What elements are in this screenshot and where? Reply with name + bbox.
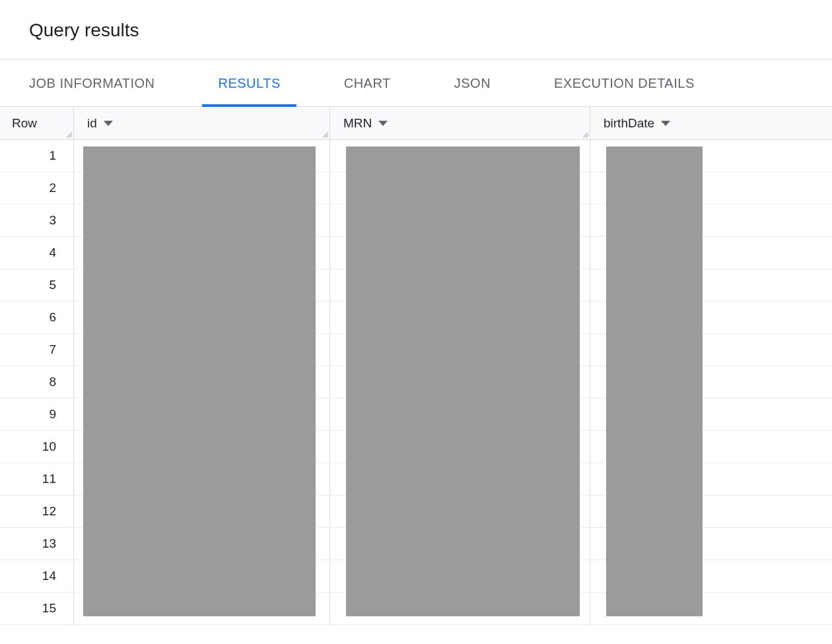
column-header-row[interactable]: Row [0,107,74,139]
column-header-label: MRN [343,116,372,131]
row-number: 8 [0,366,74,398]
tab-results[interactable]: RESULTS [186,60,312,106]
row-number: 14 [0,560,74,592]
table-body: 1 2 3 4 5 6 [0,140,832,625]
row-number: 12 [0,496,74,527]
row-number: 7 [0,334,74,366]
column-header-id[interactable]: id [74,107,330,139]
row-number: 6 [0,302,74,333]
chevron-down-icon[interactable] [661,121,670,126]
tab-execution-details[interactable]: EXECUTION DETAILS [522,60,726,106]
row-number: 15 [0,593,74,624]
row-number: 5 [0,269,74,301]
column-header-label: birthDate [604,116,654,131]
table-header: Row id MRN birthDate [0,107,832,140]
resize-handle-icon[interactable] [580,130,588,138]
results-table: Row id MRN birthDate 1 2 [0,107,832,625]
column-header-birthdate[interactable]: birthDate [590,107,832,139]
resize-handle-icon[interactable] [64,130,72,138]
resize-handle-icon[interactable] [320,130,328,138]
row-number: 1 [0,140,74,172]
row-number: 11 [0,463,74,495]
row-number: 13 [0,528,74,560]
row-number: 3 [0,205,74,236]
redacted-block [346,146,580,616]
column-header-label: id [87,116,97,131]
redacted-block [606,146,703,616]
chevron-down-icon[interactable] [378,121,388,126]
row-number: 2 [0,172,74,204]
column-header-label: Row [12,116,37,131]
row-number: 9 [0,399,74,430]
tab-json[interactable]: JSON [423,60,522,106]
tab-chart[interactable]: CHART [312,60,423,106]
tab-job-information[interactable]: JOB INFORMATION [29,60,186,106]
redacted-block [83,146,316,616]
chevron-down-icon[interactable] [104,121,113,126]
tabs-container: JOB INFORMATION RESULTS CHART JSON EXECU… [0,59,832,107]
row-number: 10 [0,431,74,463]
column-header-mrn[interactable]: MRN [330,107,590,139]
page-title: Query results [0,0,832,59]
row-number: 4 [0,237,74,269]
